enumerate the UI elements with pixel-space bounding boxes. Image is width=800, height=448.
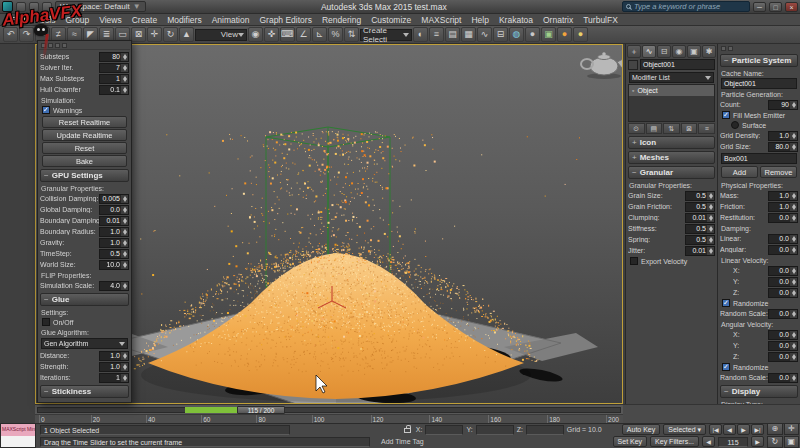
spinner-arrows[interactable] <box>121 228 128 236</box>
menu-help[interactable]: Help <box>466 15 493 25</box>
key-mode-selected-dropdown[interactable]: Selected ▾ <box>663 424 706 435</box>
spinner-field[interactable]: 0.0 <box>768 266 798 276</box>
spinner-down-icon[interactable] <box>123 221 127 224</box>
spinner-down-icon[interactable] <box>792 293 796 296</box>
spinner-arrows[interactable] <box>121 261 128 269</box>
spinner-arrows[interactable] <box>790 214 797 222</box>
spinner-field[interactable]: 0.0 <box>768 245 798 255</box>
spinner-down-icon[interactable] <box>792 271 796 274</box>
export-velocity-checkbox[interactable]: Export Velocity <box>627 256 716 266</box>
spinner-arrows[interactable] <box>121 352 128 360</box>
motion-tab-icon[interactable]: ◉ <box>672 45 686 58</box>
spinner-arrows[interactable] <box>121 250 128 258</box>
add-button[interactable]: Add <box>721 166 758 178</box>
spinner-down-icon[interactable] <box>792 196 796 199</box>
granular-rollout[interactable]: −Granular <box>628 166 715 179</box>
schematic-view-icon[interactable]: ⊟ <box>493 27 508 42</box>
play-icon[interactable]: ▶ <box>737 424 750 435</box>
spinner-arrows[interactable] <box>707 214 714 222</box>
menu-tools[interactable]: Tools <box>31 15 61 25</box>
spinner-arrows[interactable] <box>121 195 128 203</box>
menu-create[interactable]: Create <box>127 15 163 25</box>
spinner-arrows[interactable] <box>790 331 797 339</box>
dialog-grip[interactable] <box>39 42 130 50</box>
spinner-arrows[interactable] <box>121 86 128 94</box>
spinner-down-icon[interactable] <box>792 250 796 253</box>
spinner-down-icon[interactable] <box>709 240 713 243</box>
spinner-arrows[interactable] <box>790 353 797 361</box>
select-and-rotate-icon[interactable]: ↻ <box>163 27 178 42</box>
spinner-down-icon[interactable] <box>123 286 127 289</box>
mirror-icon[interactable]: ◐ <box>413 27 428 42</box>
spinner-down-icon[interactable] <box>792 218 796 221</box>
spinner-field[interactable]: 0.5 <box>685 191 715 201</box>
track-bar[interactable]: 020406080100120140160180200 <box>35 414 623 423</box>
save-file-icon[interactable] <box>42 2 52 12</box>
menu-krakatoa[interactable]: Krakatoa <box>494 15 538 25</box>
spinner-arrows[interactable] <box>121 239 128 247</box>
spinner-arrows[interactable] <box>121 282 128 290</box>
spinner-field[interactable]: 1.0 <box>99 362 129 372</box>
use-pivot-point-icon[interactable]: ◉ <box>248 27 263 42</box>
checkbox-icon[interactable] <box>630 257 638 265</box>
spinner-field[interactable]: 0.0 <box>768 341 798 351</box>
spinner-field[interactable]: 0.0 <box>768 234 798 244</box>
spinner-field[interactable]: 1.0 <box>99 238 129 248</box>
spinner-arrows[interactable] <box>790 246 797 254</box>
spinner-down-icon[interactable] <box>123 356 127 359</box>
spinner-snap-icon[interactable]: ⇅ <box>344 27 359 42</box>
randomize-linear-checkbox[interactable]: Randomize <box>719 298 799 308</box>
spinner-arrows[interactable] <box>707 247 714 255</box>
spinner-arrows[interactable] <box>790 143 797 151</box>
spinner-field[interactable]: 1 <box>99 74 129 84</box>
spinner-field[interactable]: 0.0 <box>768 277 798 287</box>
menu-turbulfx[interactable]: TurbulFX <box>578 15 623 25</box>
spinner-down-icon[interactable] <box>792 207 796 210</box>
spinner-down-icon[interactable] <box>123 210 127 213</box>
modifier-list-combo[interactable]: Modifier List <box>629 72 714 83</box>
align-icon[interactable]: ≡ <box>429 27 444 42</box>
spinner-field[interactable]: 0.0 <box>768 288 798 298</box>
spinner-field[interactable]: 1.0 <box>99 227 129 237</box>
previous-frame-icon[interactable]: ◀ <box>702 436 715 447</box>
redo-icon[interactable]: ↷ <box>19 27 34 42</box>
spinner-arrows[interactable] <box>707 203 714 211</box>
time-slider-track[interactable] <box>37 407 621 413</box>
surface-option[interactable]: Surface <box>719 120 799 130</box>
meshes-rollout[interactable]: +Meshes <box>628 151 715 164</box>
menu-modifiers[interactable]: Modifiers <box>162 15 206 25</box>
menu-rendering[interactable]: Rendering <box>317 15 366 25</box>
checkbox-icon[interactable] <box>722 299 730 307</box>
close-button[interactable]: × <box>785 2 798 12</box>
spinner-down-icon[interactable] <box>123 90 127 93</box>
spinner-arrows[interactable] <box>790 192 797 200</box>
spinner-arrows[interactable] <box>790 203 797 211</box>
coord-z-field[interactable] <box>526 425 564 435</box>
spinner-arrows[interactable] <box>790 278 797 286</box>
spinner-arrows[interactable] <box>707 192 714 200</box>
spinner-field[interactable]: 0.1 <box>99 85 129 95</box>
update-realtime-button[interactable]: Update Realtime <box>42 129 127 141</box>
spinner-arrows[interactable] <box>790 342 797 350</box>
spinner-arrows[interactable] <box>790 267 797 275</box>
render-production-icon[interactable]: ● <box>557 27 572 42</box>
go-to-end-icon[interactable]: ▶| <box>751 424 764 435</box>
spinner-field[interactable]: 7 <box>99 63 129 73</box>
maximize-button[interactable]: □ <box>769 2 782 12</box>
spinner-field[interactable]: 0.005 <box>99 194 129 204</box>
maxscript-listener-output[interactable] <box>1 436 35 447</box>
spinner-field[interactable]: 0.5 <box>99 249 129 259</box>
spinner-field[interactable]: 1 <box>99 373 129 383</box>
checkbox-icon[interactable] <box>722 363 730 371</box>
coord-y-field[interactable] <box>476 425 514 435</box>
fill-mesh-emitter-checkbox[interactable]: Fill Mesh Emitter <box>719 110 799 120</box>
menu-group[interactable]: Group <box>61 15 95 25</box>
menu-customize[interactable]: Customize <box>366 15 416 25</box>
maxscript-mini-listener[interactable]: MAXScript Mini Listener <box>0 423 36 448</box>
utilities-tab-icon[interactable]: ✱ <box>702 45 716 58</box>
time-slider[interactable]: 115 / 200 <box>35 404 623 414</box>
spinner-field[interactable]: 1.0 <box>99 351 129 361</box>
menu-edit[interactable]: Edit <box>6 15 31 25</box>
display-rollout[interactable]: −Display <box>720 385 798 398</box>
spinner-field[interactable]: 80 <box>99 52 129 62</box>
